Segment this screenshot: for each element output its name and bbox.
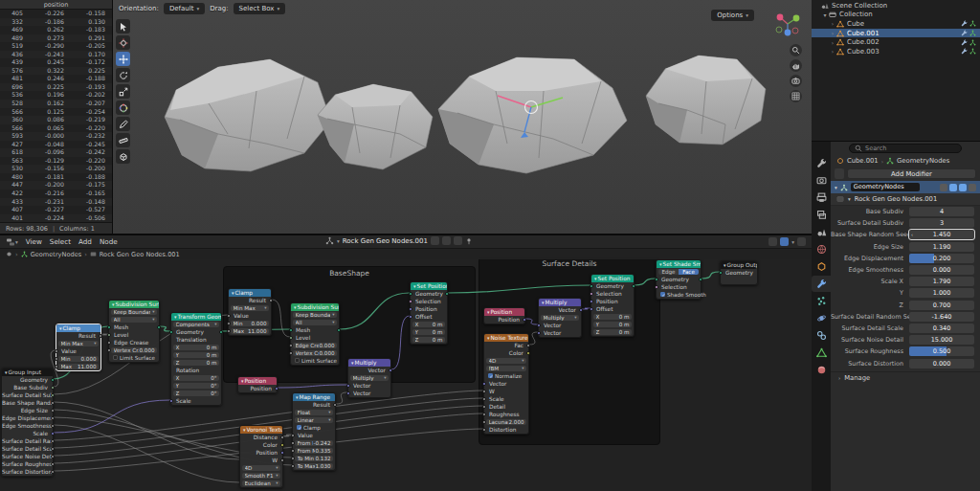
number-field[interactable]: To Min0.132 (295, 456, 333, 462)
collapse-caret-icon[interactable]: ▾ (724, 262, 726, 268)
number-field[interactable]: Z0 m (593, 329, 632, 336)
output-socket[interactable] (51, 462, 55, 466)
checkbox[interactable] (488, 373, 493, 378)
input-socket[interactable] (482, 390, 486, 393)
dropdown-field[interactable]: Min Max▾ (58, 341, 99, 347)
modifier-menu-icon[interactable] (969, 184, 976, 191)
input-socket[interactable] (409, 315, 412, 319)
breadcrumb-group[interactable]: Rock Gen Geo Nodes.001 (100, 251, 180, 258)
modifier-header[interactable]: ▾ GeometryNodes (831, 181, 980, 193)
scale-tool-button[interactable] (116, 84, 130, 99)
tab-material[interactable] (812, 362, 831, 378)
checkbox[interactable] (113, 355, 118, 360)
expand-caret[interactable]: › (829, 30, 836, 36)
nodetree-icon[interactable] (969, 20, 976, 27)
node-header[interactable]: ▾Position (484, 308, 524, 316)
node-position-1[interactable]: ▾PositionPosition (237, 376, 278, 393)
dropdown-field[interactable]: Smooth F1▾ (242, 473, 280, 480)
input-value-field[interactable]: 0.000 (909, 265, 974, 275)
tab-particles[interactable] (812, 293, 831, 309)
nodetree-icon[interactable] (969, 30, 976, 36)
input-socket[interactable] (107, 348, 111, 352)
number-field[interactable]: Z0 m (412, 337, 445, 344)
input-socket[interactable] (169, 399, 173, 403)
input-socket[interactable] (107, 341, 111, 345)
modifier-extras-button[interactable] (835, 168, 844, 179)
input-socket[interactable] (482, 382, 486, 386)
number-field[interactable]: X0 m (593, 314, 632, 321)
toggle-option-active[interactable]: Face (679, 269, 699, 276)
options-dropdown[interactable]: Options▾ (711, 3, 754, 21)
viewport-3d[interactable]: Orientation: Default▾ Drag: Select Box▾ … (113, 0, 812, 234)
number-field[interactable]: From M...-0.242 (295, 440, 333, 447)
add-modifier-button[interactable]: Add Modifier (847, 168, 976, 179)
input-socket[interactable] (55, 365, 58, 368)
node-noise-texture[interactable]: ▾Noise TextureFacColor4D▾fBM▾NormalizeVe… (483, 333, 529, 435)
spreadsheet-column-header[interactable]: position (0, 0, 112, 10)
input-socket[interactable] (655, 285, 658, 289)
node-group-name[interactable]: Rock Gen Geo Nodes.001 (855, 195, 938, 203)
collapse-caret-icon[interactable]: ▾ (294, 304, 297, 310)
render-toggle-icon[interactable] (959, 184, 967, 191)
node-header[interactable]: ▾Transform Geome... (171, 313, 221, 321)
node-set-position-2[interactable]: ▾Set PositionGeometrySelectionPositionOf… (590, 274, 635, 337)
output-socket[interactable] (51, 401, 55, 405)
toggle-option[interactable]: Edge (658, 269, 679, 276)
collapse-caret-icon[interactable]: ▾ (232, 290, 234, 296)
node-header[interactable]: ▾Noise Texture (484, 334, 528, 342)
input-socket[interactable] (482, 405, 486, 409)
dropdown-field[interactable]: Min Max▾ (231, 305, 269, 312)
output-socket[interactable] (51, 424, 55, 428)
output-socket[interactable] (280, 435, 284, 439)
tab-scene-tab[interactable] (812, 224, 831, 240)
tab-render[interactable] (812, 172, 831, 189)
manage-section[interactable]: › Manage (831, 371, 980, 384)
dropdown-field[interactable]: Euclidean▾ (242, 480, 280, 487)
checkbox[interactable] (660, 292, 665, 297)
node-header[interactable]: ▾Multiply (348, 359, 390, 367)
collapse-caret-icon[interactable]: ▾ (487, 335, 490, 341)
menu-view[interactable]: View (26, 237, 42, 246)
wrench-icon[interactable] (961, 39, 968, 46)
output-socket[interactable] (157, 325, 161, 329)
rock-4[interactable] (646, 56, 766, 145)
input-socket[interactable] (55, 357, 58, 361)
outliner-row-cube-002[interactable]: ›Cube.002 (812, 37, 980, 47)
input-value-field[interactable]: -1.640 (909, 312, 974, 322)
node-set-shade-smooth[interactable]: ▾Set Shade SmoothEdgeFaceGeometrySelecti… (656, 259, 702, 300)
tab-layers[interactable] (812, 207, 831, 223)
input-socket[interactable] (291, 441, 295, 445)
expand-icon[interactable]: ▾ (835, 185, 837, 190)
number-field[interactable]: Vertex Cr...0.000 (111, 347, 157, 354)
output-socket[interactable] (51, 432, 55, 435)
input-socket[interactable] (291, 434, 295, 437)
output-socket[interactable] (280, 443, 284, 447)
expand-caret[interactable]: ▾ (821, 11, 829, 18)
navigation-gizmo[interactable] (771, 8, 804, 40)
number-field[interactable]: Y0 m (412, 329, 445, 336)
input-socket[interactable] (590, 284, 593, 288)
input-value-field[interactable]: 1.000 (909, 288, 974, 298)
collapse-caret-icon[interactable]: ▾ (243, 427, 246, 433)
input-socket[interactable] (289, 336, 293, 340)
node-group-output[interactable]: ▾Group OutputGeometry (720, 260, 758, 285)
number-field[interactable]: To Max1.030 (295, 463, 333, 470)
outliner-row-cube-001[interactable]: ›Cube.001 (812, 29, 980, 38)
input-value-field[interactable]: 4 (909, 207, 974, 216)
dropdown-field[interactable]: Float▾ (295, 410, 333, 416)
node-position-2[interactable]: ▾PositionPosition (483, 307, 525, 324)
dropdown-field[interactable]: 4D▾ (486, 358, 526, 365)
nodetree-icon[interactable] (969, 39, 976, 46)
node-header[interactable]: ▾Subdivision Surface (109, 301, 159, 308)
rock-3-selected[interactable] (438, 57, 627, 173)
node-transform-geometry[interactable]: ▾Transform Geome...Components▾GeometryTr… (170, 312, 222, 406)
snapping-toggle-icon[interactable] (780, 237, 789, 246)
input-value-field[interactable]: 1.190 (909, 242, 974, 252)
breadcrumb-tree[interactable]: GeometryNodes (31, 251, 82, 258)
node-header[interactable]: ▾Multiply (539, 299, 581, 306)
grid-button[interactable] (790, 90, 802, 102)
node-header[interactable]: ▾Position (238, 377, 277, 385)
menu-node[interactable]: Node (100, 237, 118, 246)
number-field[interactable]: X0° (173, 375, 219, 382)
input-socket[interactable] (346, 391, 350, 395)
